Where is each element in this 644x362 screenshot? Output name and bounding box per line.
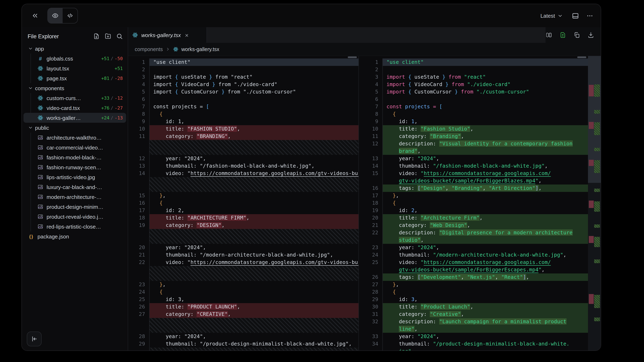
download-icon[interactable] <box>588 32 594 38</box>
folder-item-components[interactable]: components <box>24 83 126 93</box>
code-line[interactable]: 25 id: 3, <box>128 296 358 303</box>
code-line[interactable]: 17 }, <box>359 192 588 199</box>
code-line[interactable]: 4import { VideoCard } from "./video-card… <box>359 81 588 88</box>
horizontal-scrollbar-left[interactable] <box>348 56 357 58</box>
chevrons-left-icon[interactable] <box>29 10 41 21</box>
tab-works-gallery[interactable]: works-gallery.tsx × <box>128 27 207 43</box>
code-line[interactable]: 23 year: "2024", <box>359 244 588 251</box>
diff-pane-original[interactable]: 1"use client"23import { useState } from … <box>128 56 359 351</box>
code-line[interactable]: 13 thumbnail: "/fashion-model-black-and-… <box>128 162 358 170</box>
code-line[interactable]: 8 { <box>359 110 588 118</box>
file-item-fashion-model-black-[interactable]: fashion-model-black-… <box>24 152 126 162</box>
version-picker[interactable]: Latest <box>540 12 563 19</box>
code-line[interactable]: gtv-videos-bucket/sample/ForBiggerBlazes… <box>359 177 588 185</box>
collapse-sidebar-button[interactable] <box>27 332 42 346</box>
code-line[interactable]: studio", <box>359 236 588 244</box>
close-tab-icon[interactable]: × <box>185 32 189 38</box>
code-line[interactable]: 18 { <box>359 199 588 207</box>
code-line[interactable]: 28 year: "2024", <box>128 333 358 340</box>
file-item-custom-curs-[interactable]: custom-curs…+33/-12 <box>24 93 126 103</box>
code-line[interactable]: 7const projects = [ <box>128 103 358 110</box>
file-item-architecture-walkthro-[interactable]: architecture-walkthro… <box>24 133 126 142</box>
code-line[interactable]: jpg", <box>359 348 588 351</box>
code-line[interactable]: gtv-videos-bucket/sample/ForBiggerEscape… <box>359 266 588 274</box>
file-item-red-lips-artistic-close-[interactable]: red-lips-artistic-close… <box>24 222 126 231</box>
code-line[interactable]: 8 { <box>128 110 358 118</box>
code-line[interactable]: 19 id: 2, <box>359 207 588 214</box>
code-line[interactable]: 27 category: "CREATIVE", <box>128 311 358 318</box>
code-line[interactable]: 6 <box>359 95 588 103</box>
code-line[interactable]: 2 <box>359 66 588 73</box>
code-line[interactable]: 21 category: "Web Design", <box>359 222 588 229</box>
code-line[interactable]: 13 year: "2024", <box>359 155 588 162</box>
new-file-icon[interactable] <box>93 33 100 39</box>
file-item-globals.css[interactable]: #globals.css+51/-50 <box>24 53 126 63</box>
code-line[interactable]: brand", <box>359 147 588 155</box>
diff-pane-modified[interactable]: 1"use client"23import { useState } from … <box>359 56 588 351</box>
diff-overview-ruler[interactable] <box>588 56 601 351</box>
code-line[interactable]: 19 category: "DESIGN", <box>128 222 358 229</box>
code-line[interactable]: 7const projects = [ <box>359 103 588 110</box>
code-line[interactable]: 2 <box>128 66 358 73</box>
code-line[interactable]: 29 thumbnail: "/product-design-minimalis… <box>128 340 358 348</box>
search-icon[interactable] <box>116 33 123 39</box>
code-line[interactable]: 10 title: "Fashion Studio", <box>359 125 588 133</box>
code-line[interactable]: 22 description: "Digital presence for a … <box>359 229 588 236</box>
code-line[interactable]: 23 }, <box>128 281 358 288</box>
file-item-layout.tsx[interactable]: layout.tsx+51 <box>24 63 126 73</box>
code-line[interactable]: 26 title: "PRODUCT LAUNCH", <box>128 303 358 311</box>
code-line[interactable]: 17 id: 2, <box>128 207 358 214</box>
code-line[interactable]: 4import { VideoCard } from "./video-card… <box>128 81 358 88</box>
code-line[interactable]: 1"use client" <box>359 58 588 66</box>
copy-icon[interactable] <box>574 32 580 38</box>
code-line[interactable]: 12 year: "2024", <box>128 155 358 162</box>
preview-eye-button[interactable] <box>48 8 63 23</box>
code-line[interactable]: 16 { <box>128 199 358 207</box>
file-item-video-card.tsx[interactable]: video-card.tsx+76/-27 <box>24 103 126 113</box>
code-line[interactable]: 33 year: "2024", <box>359 333 588 340</box>
code-line[interactable]: 16 tags: ["Design", "Branding", "Art Dir… <box>359 185 588 192</box>
code-line[interactable]: 1"use client" <box>128 58 358 66</box>
panel-bottom-icon[interactable] <box>572 12 579 19</box>
code-line[interactable]: 5import { CustomCursor } from "./custom-… <box>359 88 588 95</box>
code-line[interactable]: 6 <box>128 95 358 103</box>
horizontal-scrollbar-right[interactable] <box>577 56 586 58</box>
folder-item-app[interactable]: app <box>24 44 126 53</box>
code-line[interactable]: 9 id: 1, <box>359 118 588 125</box>
file-item-fashion-runway-scen-[interactable]: fashion-runway-scen… <box>24 162 126 172</box>
code-line[interactable]: 11 category: "BRANDING", <box>128 133 358 140</box>
file-item-page.tsx[interactable]: page.tsx+81/-28 <box>24 73 126 83</box>
new-folder-icon[interactable] <box>105 33 111 39</box>
file-diff-icon[interactable] <box>560 32 566 38</box>
ellipsis-icon[interactable] <box>586 12 593 19</box>
code-line[interactable]: 34 thumbnail: "/product-design-minimalis… <box>359 340 588 348</box>
code-line[interactable]: 29 id: 3, <box>359 296 588 303</box>
code-line[interactable]: 26 tags: ["Development", "Next.js", "Rea… <box>359 274 588 281</box>
panel-left-dashed-icon[interactable] <box>546 32 552 38</box>
code-line[interactable]: 21 thumbnail: "/modern-architecture-blac… <box>128 251 358 259</box>
code-line[interactable]: 11 category: "Branding", <box>359 133 588 140</box>
file-item-luxury-car-black-and-[interactable]: luxury-car-black-and-… <box>24 182 126 192</box>
code-line[interactable]: 22 video: "https://commondatastorage.goo… <box>128 259 358 266</box>
code-line[interactable]: 15 }, <box>128 192 358 199</box>
code-line[interactable]: 31 category: "Creative", <box>359 311 588 318</box>
file-item-lips-artistic-video.jpg[interactable]: lips-artistic-video.jpg <box>24 172 126 182</box>
file-item-product-design-minim-[interactable]: product-design-minim… <box>24 202 126 212</box>
code-line[interactable]: 24 { <box>128 288 358 296</box>
file-item-product-reveal-video.j-[interactable]: product-reveal-video.j… <box>24 212 126 222</box>
code-line[interactable]: 14 video: "https://commondatastorage.goo… <box>128 170 358 177</box>
code-line[interactable]: 28 { <box>359 288 588 296</box>
code-line[interactable]: 24 thumbnail: "/modern-architecture-blac… <box>359 251 588 259</box>
file-item-package.json[interactable]: {}package.json <box>24 231 126 241</box>
code-line[interactable]: 3import { useState } from "react" <box>359 73 588 81</box>
code-line[interactable]: 30 title: "Product Launch", <box>359 303 588 311</box>
folder-item-public[interactable]: public <box>24 123 126 133</box>
code-line[interactable]: 20 title: "Architecture Firm", <box>359 214 588 222</box>
code-line[interactable]: 18 title: "ARCHITECTURE FIRM", <box>128 214 358 222</box>
breadcrumb-folder[interactable]: components <box>135 46 163 52</box>
file-item-car-commercial-video-[interactable]: car-commercial-video… <box>24 142 126 152</box>
code-line[interactable]: 12 description: "Visual identity for a c… <box>359 140 588 147</box>
code-line[interactable]: 14 thumbnail: "/fashion-model-black-and-… <box>359 162 588 170</box>
code-line[interactable]: 5import { CustomCursor } from "./custom-… <box>128 88 358 95</box>
code-line[interactable]: 20 year: "2024", <box>128 244 358 251</box>
